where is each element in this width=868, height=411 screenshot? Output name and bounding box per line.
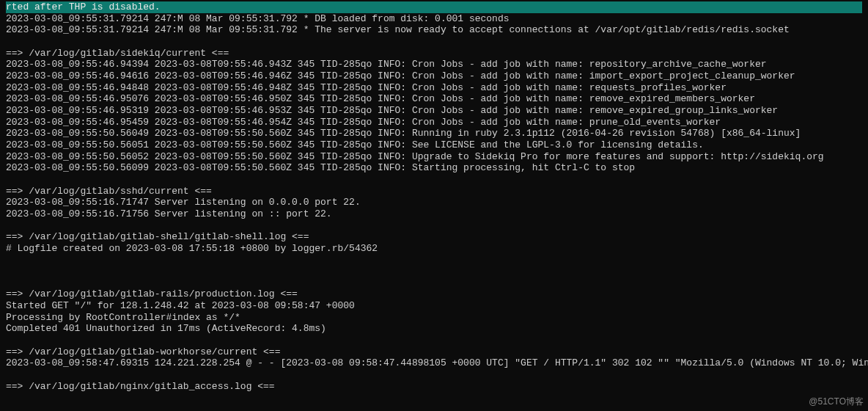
log-line: Processing by RootController#index as */… <box>6 312 862 324</box>
log-line: 2023-03-08_09:55:46.94616 2023-03-08T09:… <box>6 70 862 82</box>
log-line: Started GET "/" for 128.1.248.42 at 2023… <box>6 300 862 312</box>
log-line <box>6 174 862 186</box>
log-line <box>6 335 862 346</box>
log-line: 2023-03-08_09:55:46.95319 2023-03-08T09:… <box>6 105 862 117</box>
log-line: 2023-03-08_09:55:16.71747 Server listeni… <box>6 197 862 208</box>
log-line: Completed 401 Unauthorized in 17ms (Acti… <box>6 323 862 335</box>
log-line: ==> /var/log/gitlab/sidekiq/current <== <box>6 48 862 59</box>
log-line: ==> /var/log/gitlab/gitlab-shell/gitlab-… <box>6 231 862 243</box>
log-line: ==> /var/log/gitlab/gitlab-workhorse/cur… <box>6 346 862 358</box>
log-line: ==> /var/log/gitlab/nginx/gitlab_access.… <box>6 381 862 393</box>
log-line <box>6 266 862 277</box>
terminal-viewport[interactable]: rted after THP is disabled.2023-03-08_09… <box>0 0 868 411</box>
log-line: 2023-03-08_09:55:31.79214 247:M 08 Mar 0… <box>6 24 862 36</box>
log-line <box>6 254 862 266</box>
log-line: # Logfile created on 2023-03-08 17:55:18… <box>6 243 862 255</box>
log-line: 2023-03-08_09:55:46.94848 2023-03-08T09:… <box>6 82 862 94</box>
log-line: 2023-03-08_09:55:50.56049 2023-03-08T09:… <box>6 128 862 139</box>
log-line: 2023-03-08_09:55:46.95076 2023-03-08T09:… <box>6 93 862 105</box>
log-line: ==> /var/log/gitlab/sshd/current <== <box>6 186 862 197</box>
log-line: rted after THP is disabled. <box>6 1 862 13</box>
log-line: 2023-03-08_09:55:50.56052 2023-03-08T09:… <box>6 151 862 163</box>
log-line: ==> /var/log/gitlab/gitlab-rails/product… <box>6 288 862 300</box>
log-line <box>6 369 862 381</box>
log-line: 2023-03-08_09:55:31.79214 247:M 08 Mar 0… <box>6 13 862 25</box>
log-line: 2023-03-08_09:58:47.69315 124.221.228.25… <box>6 357 862 369</box>
log-line: 2023-03-08_09:55:16.71756 Server listeni… <box>6 208 862 220</box>
log-line <box>6 36 862 48</box>
log-line: 2023-03-08_09:55:50.56051 2023-03-08T09:… <box>6 139 862 151</box>
log-line <box>6 277 862 289</box>
log-line: 2023-03-08_09:55:46.95459 2023-03-08T09:… <box>6 117 862 128</box>
log-line <box>6 219 862 231</box>
log-line: 2023-03-08_09:55:46.94394 2023-03-08T09:… <box>6 59 862 70</box>
log-line: 2023-03-08_09:55:50.56099 2023-03-08T09:… <box>6 162 862 174</box>
